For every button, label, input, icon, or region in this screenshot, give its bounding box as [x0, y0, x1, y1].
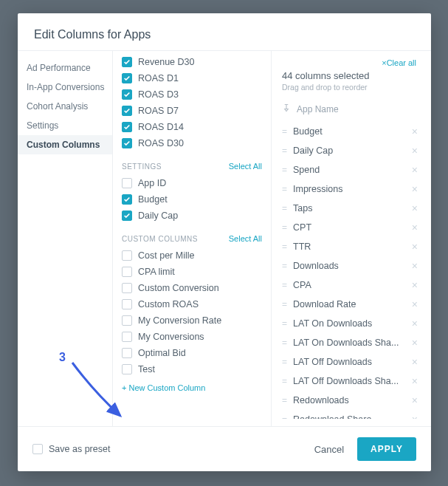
- drag-handle-icon[interactable]: =: [282, 280, 286, 290]
- drag-handle-icon[interactable]: =: [282, 414, 286, 419]
- drag-handle-icon[interactable]: =: [282, 184, 286, 194]
- drag-handle-icon[interactable]: =: [282, 261, 286, 271]
- checkbox[interactable]: [122, 267, 132, 277]
- column-option[interactable]: ROAS D30: [113, 135, 271, 151]
- remove-column-icon[interactable]: ×: [409, 414, 421, 419]
- checkbox[interactable]: [122, 364, 132, 374]
- checkbox[interactable]: [122, 283, 132, 293]
- remove-column-icon[interactable]: ×: [409, 337, 421, 349]
- column-option[interactable]: ROAS D14: [113, 119, 271, 135]
- column-option[interactable]: App ID: [113, 175, 271, 191]
- checkbox[interactable]: [122, 89, 132, 100]
- selected-column-row[interactable]: =Taps×: [282, 199, 421, 218]
- drag-handle-icon[interactable]: =: [282, 376, 286, 386]
- remove-column-icon[interactable]: ×: [409, 126, 421, 137]
- column-picker[interactable]: Revenue D30ROAS D1ROAS D3ROAS D7ROAS D14…: [112, 51, 272, 426]
- selected-column-row[interactable]: =Budget×: [282, 122, 421, 141]
- drag-handle-icon[interactable]: =: [282, 338, 286, 348]
- selected-column-row[interactable]: =Download Rate×: [282, 295, 421, 314]
- remove-column-icon[interactable]: ×: [409, 164, 421, 176]
- column-option[interactable]: Custom Conversion: [113, 280, 271, 296]
- remove-column-icon[interactable]: ×: [409, 394, 421, 406]
- save-preset-checkbox[interactable]: [32, 444, 43, 454]
- column-option[interactable]: ROAS D3: [113, 86, 271, 103]
- selected-column-row[interactable]: =Redownload Share×: [282, 410, 421, 419]
- selected-column-row[interactable]: =Spend×: [282, 160, 421, 179]
- new-custom-column-button[interactable]: + New Custom Column: [113, 377, 271, 395]
- select-all-button[interactable]: Select All: [229, 234, 262, 243]
- checkbox[interactable]: [122, 299, 132, 309]
- remove-column-icon[interactable]: ×: [409, 279, 421, 291]
- drag-handle-icon[interactable]: =: [282, 299, 286, 309]
- select-all-button[interactable]: Select All: [229, 162, 262, 171]
- column-option[interactable]: My Conversions: [113, 329, 271, 345]
- remove-column-icon[interactable]: ×: [409, 375, 421, 387]
- column-option[interactable]: Daily Cap: [113, 208, 271, 224]
- checkbox[interactable]: [122, 250, 132, 261]
- drag-handle-icon[interactable]: =: [282, 203, 286, 213]
- selected-column-row[interactable]: =Downloads×: [282, 256, 421, 275]
- column-option[interactable]: ROAS D7: [113, 103, 271, 119]
- drag-handle-icon[interactable]: =: [282, 318, 286, 329]
- checkbox[interactable]: [122, 194, 132, 205]
- selected-column-row[interactable]: =LAT Off Downloads×: [282, 352, 421, 372]
- column-option[interactable]: Optimal Bid: [113, 345, 271, 361]
- selected-column-row[interactable]: =CPA×: [282, 275, 421, 295]
- drag-handle-icon[interactable]: =: [282, 395, 286, 405]
- column-option[interactable]: Cost per Mille: [113, 247, 271, 264]
- column-option[interactable]: Custom ROAS: [113, 296, 271, 312]
- save-as-preset[interactable]: Save as preset: [32, 444, 110, 454]
- remove-column-icon[interactable]: ×: [409, 318, 421, 329]
- remove-column-icon[interactable]: ×: [409, 202, 421, 214]
- checkbox[interactable]: [122, 211, 132, 221]
- column-option[interactable]: Revenue D30: [113, 54, 271, 70]
- column-option[interactable]: My Conversion Rate: [113, 312, 271, 329]
- selected-column-row[interactable]: =LAT On Downloads Sha...×: [282, 333, 421, 352]
- drag-handle-icon[interactable]: =: [282, 357, 286, 367]
- checkbox[interactable]: [122, 122, 132, 132]
- drag-handle-icon[interactable]: =: [282, 165, 286, 175]
- nav-item[interactable]: Ad Performance: [18, 58, 112, 78]
- remove-column-icon[interactable]: ×: [409, 298, 421, 310]
- selected-column-row[interactable]: =LAT Off Downloads Sha...×: [282, 372, 421, 391]
- remove-column-icon[interactable]: ×: [409, 222, 421, 233]
- column-option[interactable]: ROAS D1: [113, 70, 271, 86]
- clear-all-button[interactable]: ×Clear all: [382, 58, 428, 67]
- nav-item[interactable]: Custom Columns: [18, 135, 112, 154]
- selected-column-row[interactable]: =Daily Cap×: [282, 141, 421, 160]
- checkbox[interactable]: [122, 178, 132, 188]
- remove-column-icon[interactable]: ×: [409, 183, 421, 195]
- checkbox[interactable]: [122, 348, 132, 358]
- checkbox[interactable]: [122, 57, 132, 67]
- selected-column-label: TTR: [293, 242, 402, 252]
- nav-item[interactable]: Cohort Analysis: [18, 97, 112, 116]
- drag-hint: Drag and drop to reorder: [282, 83, 428, 92]
- checkbox[interactable]: [122, 73, 132, 83]
- drag-handle-icon[interactable]: =: [282, 222, 286, 233]
- remove-column-icon[interactable]: ×: [409, 145, 421, 157]
- checkbox[interactable]: [122, 332, 132, 342]
- apply-button[interactable]: APPLY: [357, 437, 416, 461]
- checkbox[interactable]: [122, 138, 132, 148]
- nav-item[interactable]: In-App Conversions: [18, 78, 112, 97]
- column-option[interactable]: Test: [113, 361, 271, 377]
- drag-handle-icon[interactable]: =: [282, 146, 286, 156]
- checkbox[interactable]: [122, 106, 132, 116]
- nav-item[interactable]: Settings: [18, 116, 112, 135]
- drag-handle-icon[interactable]: =: [282, 242, 286, 252]
- remove-column-icon[interactable]: ×: [409, 241, 421, 253]
- column-option[interactable]: Budget: [113, 191, 271, 208]
- drag-handle-icon[interactable]: =: [282, 126, 286, 137]
- column-option-label: Budget: [138, 194, 168, 205]
- checkbox[interactable]: [122, 315, 132, 326]
- selected-columns-list[interactable]: =Budget×=Daily Cap×=Spend×=Impressions×=…: [282, 122, 428, 419]
- selected-column-row[interactable]: =TTR×: [282, 237, 421, 256]
- remove-column-icon[interactable]: ×: [409, 260, 421, 272]
- column-option[interactable]: CPA limit: [113, 264, 271, 280]
- selected-column-row[interactable]: =LAT On Downloads×: [282, 314, 421, 333]
- remove-column-icon[interactable]: ×: [409, 356, 421, 368]
- selected-column-row[interactable]: =CPT×: [282, 218, 421, 237]
- selected-column-row[interactable]: =Redownloads×: [282, 391, 421, 410]
- cancel-button[interactable]: Cancel: [310, 438, 348, 461]
- selected-column-row[interactable]: =Impressions×: [282, 179, 421, 199]
